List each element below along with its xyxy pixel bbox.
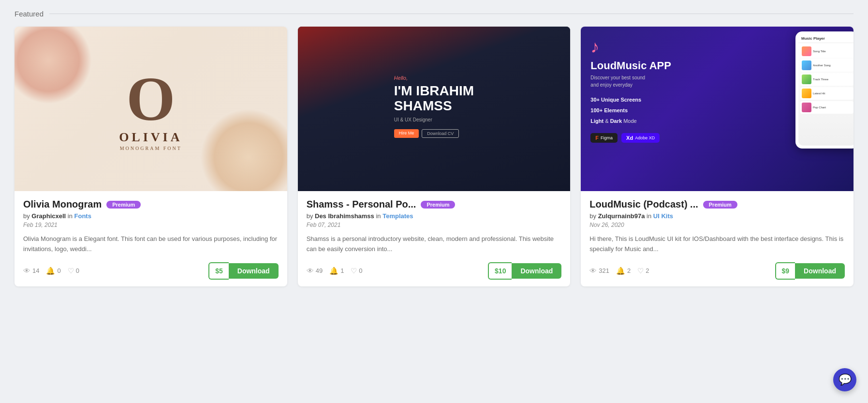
card-title: Shamss - Personal Po...: [307, 199, 416, 210]
card-body-shamss: Shamss - Personal Po... Premium by Des I…: [298, 191, 571, 286]
comments-count: 1: [340, 267, 344, 274]
category-prefix: in: [647, 212, 651, 220]
author-name: Graphicxell: [31, 212, 66, 220]
figma-label: Figma: [601, 135, 613, 140]
section-divider: [49, 14, 853, 14]
song-thumbnail: [802, 60, 811, 70]
category-prefix: in: [376, 212, 381, 220]
shamss-cv-btn[interactable]: Download CV: [422, 129, 459, 138]
phone-screen: Music Player Song Title Another Song: [798, 34, 853, 146]
comment-icon: 🔔: [329, 267, 338, 275]
comments-count: 0: [57, 267, 60, 274]
card-olivia: O OLIVIA MONOGRAM FONT Olivia Monogram P…: [15, 27, 287, 286]
price-box: $10: [488, 262, 512, 280]
card-title: Olivia Monogram: [23, 199, 102, 210]
card-date: Feb 07, 2021: [307, 222, 562, 228]
stat-comments: 🔔 0: [46, 267, 60, 275]
phone-song-5: Pop Chart: [800, 101, 853, 114]
stat-views: 👁 14: [23, 267, 39, 275]
badge-premium: Premium: [703, 201, 737, 209]
stat-views: 👁 49: [307, 267, 323, 275]
xd-badge: Xd Adobe XD: [621, 133, 660, 143]
price-box: $5: [208, 262, 229, 280]
shamss-buttons: Hire Me Download CV: [394, 129, 474, 138]
download-button[interactable]: Download: [512, 263, 561, 279]
song-thumbnail: [802, 89, 811, 98]
card-stats: 👁 14 🔔 0 ♡ 0: [23, 267, 79, 275]
category-link[interactable]: Fonts: [74, 212, 91, 220]
heart-icon: ♡: [68, 267, 74, 275]
card-image-shamss: Hello, I'M IBRAHIMSHAMSS UI & UX Designe…: [298, 27, 571, 191]
phone-header: Music Player: [798, 34, 853, 43]
card-stats: 👁 321 🔔 2 ♡ 2: [589, 267, 649, 275]
eye-icon: 👁: [23, 267, 30, 275]
figma-icon: F: [595, 135, 599, 141]
author-name: Zulqurnainb97a: [598, 212, 645, 220]
card-author: by Zulqurnainb97a in UI Kits: [589, 212, 845, 220]
card-actions: $9 Download: [775, 262, 845, 280]
stat-likes: ♡ 2: [637, 267, 649, 275]
card-body-olivia: Olivia Monogram Premium by Graphicxell i…: [15, 191, 287, 286]
category-link[interactable]: UI Kits: [653, 212, 673, 220]
stat-comments: 🔔 1: [329, 267, 344, 275]
card-description: Shamss is a personal introductory websit…: [307, 234, 562, 254]
card-image-loudmusic: ♪ LoudMusic APP Discover your best sound…: [581, 27, 853, 191]
card-footer: 👁 49 🔔 1 ♡ 0 $10 Download: [307, 262, 562, 280]
card-loudmusic: ♪ LoudMusic APP Discover your best sound…: [581, 27, 853, 286]
card-stats: 👁 49 🔔 1 ♡ 0: [307, 267, 363, 275]
song-info: Latest Hit: [813, 92, 825, 95]
song-info: Song Title: [813, 50, 826, 53]
category-link[interactable]: Templates: [383, 212, 413, 220]
card-title-row: LoudMusic (Podcast) ... Premium: [589, 199, 845, 210]
comment-icon: 🔔: [46, 267, 55, 275]
xd-label: Adobe XD: [635, 135, 655, 140]
card-date: Nov 26, 2020: [589, 222, 845, 228]
comments-count: 2: [627, 267, 631, 274]
song-thumbnail: [802, 103, 811, 112]
price-box: $9: [775, 262, 795, 280]
download-button[interactable]: Download: [229, 263, 279, 279]
card-author: by Des Ibrahimshamss in Templates: [307, 212, 562, 220]
shamss-name: I'M IBRAHIMSHAMSS: [394, 84, 474, 114]
card-author: by Graphicxell in Fonts: [23, 212, 279, 220]
phone-song-4: Latest Hit: [800, 87, 853, 100]
download-button[interactable]: Download: [795, 263, 845, 279]
song-info: Track Three: [813, 78, 828, 81]
shamss-hello: Hello,: [394, 75, 474, 81]
shamss-hire-btn[interactable]: Hire Me: [394, 129, 419, 138]
category-prefix: in: [68, 212, 73, 220]
card-image-olivia: O OLIVIA MONOGRAM FONT: [15, 27, 287, 191]
heart-icon: ♡: [637, 267, 644, 275]
card-title-row: Shamss - Personal Po... Premium: [307, 199, 562, 210]
stat-comments: 🔔 2: [616, 267, 631, 275]
author-name: Des Ibrahimshamss: [315, 212, 374, 220]
views-count: 14: [32, 267, 39, 274]
card-description: Hi there, This is LoudMusic UI kit for I…: [589, 234, 845, 254]
section-header: Featured: [15, 10, 853, 18]
card-shamss: Hello, I'M IBRAHIMSHAMSS UI & UX Designe…: [298, 27, 571, 286]
phone-song-3: Track Three: [800, 73, 853, 86]
card-date: Feb 19, 2021: [23, 222, 279, 228]
stat-likes: ♡ 0: [351, 267, 362, 275]
chat-bubble[interactable]: 💬: [833, 368, 856, 391]
card-footer: 👁 14 🔔 0 ♡ 0 $5 Download: [23, 262, 279, 280]
olivia-letter: O: [119, 67, 182, 130]
comment-icon: 🔔: [616, 267, 625, 275]
figma-badge: F Figma: [590, 133, 618, 143]
xd-icon: Xd: [626, 135, 633, 141]
eye-icon: 👁: [307, 267, 314, 275]
song-info: Another Song: [813, 64, 831, 67]
phone-song-1: Song Title: [800, 45, 853, 58]
cards-grid: O OLIVIA MONOGRAM FONT Olivia Monogram P…: [15, 27, 853, 286]
card-title: LoudMusic (Podcast) ...: [589, 199, 698, 210]
card-footer: 👁 321 🔔 2 ♡ 2 $9 Download: [589, 262, 845, 280]
olivia-subtitle: MONOGRAM FONT: [119, 146, 182, 151]
likes-count: 0: [76, 267, 79, 274]
chat-icon: 💬: [839, 373, 852, 386]
shamss-role: UI & UX Designer: [394, 117, 474, 122]
heart-icon: ♡: [351, 267, 357, 275]
card-description: Olivia Monogram is a Elegant font. This …: [23, 234, 279, 254]
olivia-monogram-content: O OLIVIA MONOGRAM FONT: [119, 67, 182, 151]
likes-count: 2: [646, 267, 649, 274]
shamss-content: Hello, I'M IBRAHIMSHAMSS UI & UX Designe…: [384, 65, 484, 153]
